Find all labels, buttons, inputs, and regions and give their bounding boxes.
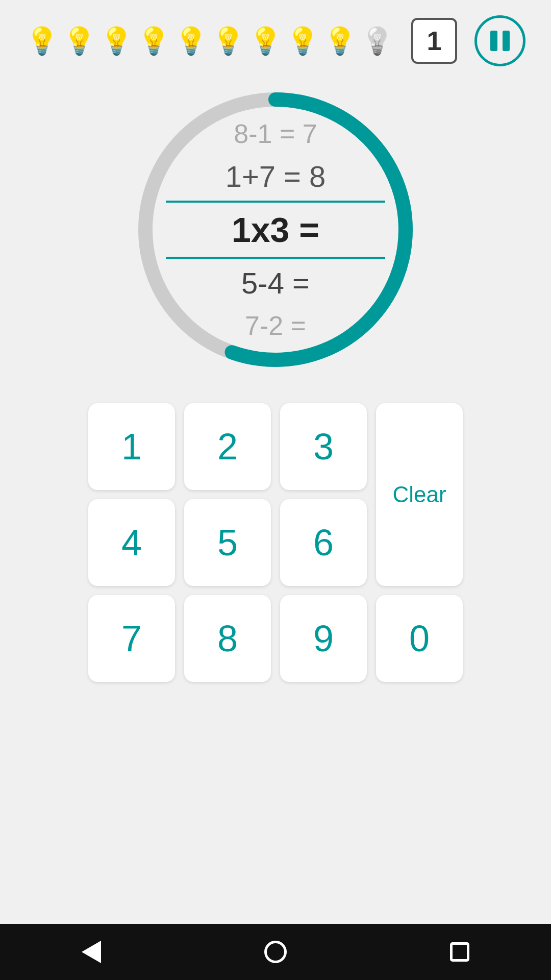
bulb-3: 💡 (100, 28, 133, 54)
bottom-active-line (166, 257, 385, 259)
key-4[interactable]: 4 (88, 499, 175, 586)
key-2[interactable]: 2 (184, 403, 271, 490)
top-bar: 💡 💡 💡 💡 💡 💡 💡 💡 💡 💡 1 (0, 0, 551, 71)
key-3[interactable]: 3 (280, 403, 367, 490)
bulb-4: 💡 (137, 28, 170, 54)
key-8[interactable]: 8 (184, 595, 271, 682)
equations-list: 8-1 = 7 1+7 = 8 1x3 = 5-4 = 7-2 = (166, 113, 385, 346)
top-active-line (166, 201, 385, 203)
bulb-8: 💡 (286, 28, 319, 54)
key-9[interactable]: 9 (280, 595, 367, 682)
keypad: 1 2 3 Clear 4 5 6 7 8 9 0 (58, 403, 493, 682)
circle-timer: 8-1 = 7 1+7 = 8 1x3 = 5-4 = 7-2 = (133, 87, 418, 373)
equation-next-2: 7-2 = (166, 305, 385, 346)
bulb-5: 💡 (174, 28, 208, 54)
bulb-10: 💡 (361, 28, 394, 54)
zero-label: 0 (409, 618, 430, 659)
level-badge: 1 (411, 18, 457, 64)
level-value: 1 (427, 26, 442, 56)
clear-button[interactable]: Clear (376, 403, 463, 586)
bulb-6: 💡 (212, 28, 245, 54)
home-button[interactable] (264, 941, 287, 963)
bulbs-row: 💡 💡 💡 💡 💡 💡 💡 💡 💡 💡 (26, 28, 394, 54)
equation-past-2: 1+7 = 8 (166, 154, 385, 199)
equation-past-1: 8-1 = 7 (166, 113, 385, 154)
key-1[interactable]: 1 (88, 403, 175, 490)
bulb-7: 💡 (249, 28, 282, 54)
bulb-9: 💡 (323, 28, 357, 54)
pause-icon (490, 31, 510, 51)
bottom-nav (0, 924, 551, 980)
equation-current: 1x3 = (166, 205, 385, 255)
back-button[interactable] (82, 941, 101, 963)
recents-button[interactable] (450, 942, 469, 962)
bulb-2: 💡 (63, 28, 96, 54)
key-0[interactable]: 0 (376, 595, 463, 682)
bulb-1: 💡 (26, 28, 59, 54)
key-6[interactable]: 6 (280, 499, 367, 586)
key-5[interactable]: 5 (184, 499, 271, 586)
pause-button[interactable] (474, 15, 525, 66)
key-7[interactable]: 7 (88, 595, 175, 682)
clear-label: Clear (392, 482, 446, 507)
equation-next-1: 5-4 = (166, 261, 385, 305)
